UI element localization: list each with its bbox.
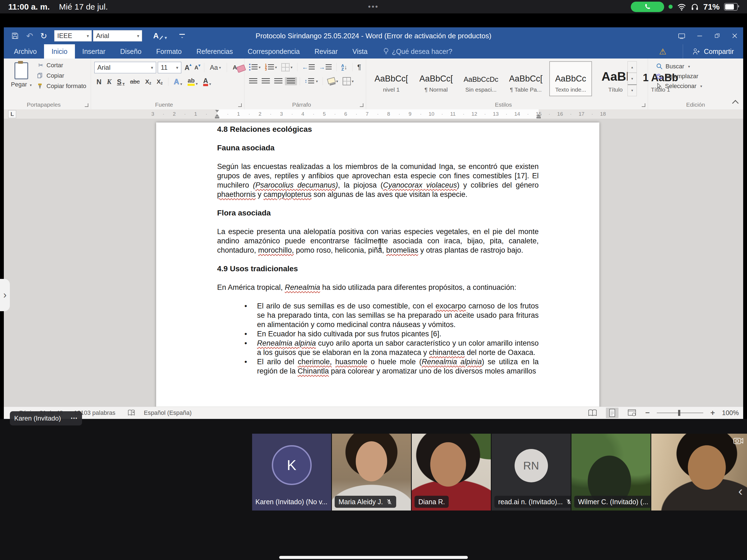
sort-button[interactable]: AZ↓ (339, 62, 350, 72)
side-panel-handle[interactable]: › (0, 279, 10, 311)
styles-scroll-up-button[interactable]: ▴ (627, 61, 637, 73)
zoom-level[interactable]: 100% (722, 409, 739, 417)
font-dialog-launcher[interactable] (238, 103, 242, 107)
tab-correspondencia[interactable]: Correspondencia (240, 44, 307, 58)
style-item--normal[interactable]: AaBbCc[¶ Normal (415, 61, 458, 96)
shading-button[interactable]: ▾ (326, 77, 340, 85)
tab-insertar[interactable]: Insertar (75, 44, 113, 58)
underline-button[interactable]: S▾ (115, 77, 127, 87)
multilevel-list-button[interactable]: ▾ (279, 62, 294, 73)
dock-icon[interactable] (677, 32, 686, 40)
zoom-in-button[interactable]: + (711, 408, 715, 417)
italic-button[interactable]: K (105, 77, 114, 86)
borders-button[interactable]: ▾ (341, 76, 356, 86)
font-size-combo[interactable]: 11▾ (158, 62, 181, 73)
replace-button[interactable]: ab↳ac Reemplazar (656, 73, 743, 80)
style-item-texto-inde-[interactable]: AaBbCcTexto inde... (549, 61, 592, 96)
camera-flip-icon[interactable] (733, 436, 744, 445)
redo-button[interactable]: ↻ (40, 31, 47, 41)
tab-diseño[interactable]: Diseño (113, 44, 149, 58)
select-button[interactable]: Seleccionar▾ (656, 82, 743, 90)
close-icon[interactable] (731, 32, 738, 40)
style-item-nivel-1[interactable]: AaBbCc[nivel 1 (370, 61, 413, 96)
line-spacing-button[interactable]: ↕▾ (303, 77, 320, 85)
clipboard-dialog-launcher[interactable] (85, 103, 88, 107)
presenter-more-icon[interactable]: ••• (71, 416, 78, 422)
multitask-dots-icon[interactable]: ••• (368, 2, 379, 11)
font-formatting-button[interactable]: A ▾ (153, 31, 167, 40)
document-canvas[interactable]: 4.8 Relaciones ecológicasFauna asociadaS… (4, 119, 743, 407)
tell-me-box[interactable]: ¿Qué desea hacer? (383, 44, 452, 58)
shrink-font-button[interactable]: A▼ (193, 64, 200, 71)
bullet-list-button[interactable]: ▾ (247, 62, 262, 72)
styles-more-button[interactable]: ▾ (627, 84, 637, 96)
customize-quick-access-button[interactable]: ⌄ (179, 34, 185, 38)
participant-tile-5[interactable]: Wilmer C. (Invitado) (... (571, 434, 650, 510)
style-item--table-pa-[interactable]: AaBbCc[¶ Table Pa... (505, 61, 547, 96)
tab-vista[interactable]: Vista (345, 44, 375, 58)
print-layout-button[interactable] (606, 408, 618, 418)
web-layout-button[interactable] (626, 408, 638, 418)
indent-marker[interactable] (215, 110, 219, 112)
align-right-button[interactable] (272, 77, 284, 85)
active-call-pill[interactable] (631, 2, 664, 12)
language-indicator[interactable]: Español (España) (144, 409, 192, 416)
font-color-button[interactable]: A▾ (201, 77, 213, 87)
font-name-combo[interactable]: Arial▾ (94, 62, 156, 73)
zoom-out-button[interactable]: − (645, 408, 650, 417)
participant-tile-1[interactable]: KKaren (Invitado) (No v... (252, 434, 331, 510)
align-center-button[interactable] (260, 77, 272, 85)
justify-button[interactable] (285, 77, 297, 85)
change-case-button[interactable]: Aa▾ (208, 62, 223, 73)
numbered-list-button[interactable]: 123▾ (263, 63, 279, 72)
indent-marker[interactable] (215, 114, 219, 117)
superscript-button[interactable]: X2 (154, 77, 165, 86)
font-quick-box[interactable]: Arial▾ (93, 30, 142, 42)
increase-indent-button[interactable]: → (317, 62, 334, 72)
paste-button[interactable]: Pegar ▾ (9, 62, 34, 88)
indent-marker[interactable] (537, 114, 541, 117)
tab-inicio[interactable]: Inicio (44, 44, 75, 58)
grow-font-button[interactable]: A▲ (183, 63, 191, 72)
tab-referencias[interactable]: Referencias (189, 44, 240, 58)
proofing-icon[interactable] (127, 409, 136, 417)
participant-tile-4[interactable]: RNread.ai n. (Invitado)... (492, 434, 571, 510)
paragraph-dialog-launcher[interactable] (360, 103, 363, 107)
share-button[interactable]: Compartir (683, 44, 743, 58)
decrease-indent-button[interactable]: ← (300, 62, 317, 72)
tab-selector[interactable]: L (8, 110, 16, 118)
strikethrough-button[interactable]: abc (128, 77, 141, 86)
indent-marker[interactable] (537, 117, 541, 119)
home-indicator[interactable] (279, 556, 468, 559)
align-left-button[interactable] (247, 77, 259, 85)
participant-tile-3[interactable]: Diana R. (412, 434, 491, 510)
tab-formato[interactable]: Formato (149, 44, 189, 58)
strip-scroll-chevron-icon[interactable]: ‹ (738, 483, 743, 499)
bold-button[interactable]: N (94, 77, 104, 87)
read-mode-button[interactable] (586, 408, 599, 418)
camera-flip-button[interactable] (733, 436, 744, 445)
undo-button[interactable]: ↶ (26, 31, 33, 41)
styles-scroll-down-button[interactable]: ▾ (627, 73, 637, 84)
participant-tile-6[interactable] (651, 434, 747, 510)
text-effects-button[interactable]: A▾ (172, 77, 185, 87)
subscript-button[interactable]: X2 (143, 77, 153, 86)
save-button[interactable] (11, 32, 19, 40)
style-item-sin-espaci-[interactable]: AaBbCcDcSin espaci... (460, 61, 502, 96)
highlight-button[interactable]: ab▾ (185, 77, 200, 87)
format-painter-button[interactable]: Copiar formato (37, 82, 86, 90)
tab-revisar[interactable]: Revisar (307, 44, 345, 58)
indent-marker[interactable] (215, 117, 219, 119)
participant-tile-2[interactable]: Maria Aleidy J. (332, 434, 411, 510)
zoom-slider[interactable] (657, 413, 703, 413)
tab-archivo[interactable]: Archivo (6, 44, 44, 58)
zoom-slider-thumb[interactable] (678, 410, 680, 416)
styles-dialog-launcher[interactable] (642, 103, 645, 107)
show-marks-button[interactable]: ¶ (356, 62, 363, 73)
copy-button[interactable]: Copiar (37, 72, 86, 79)
style-quick-box[interactable]: IEEE▾ (54, 30, 92, 42)
minimize-icon[interactable] (696, 32, 703, 40)
cut-button[interactable]: ✂Cortar (37, 62, 86, 69)
presenter-pill[interactable]: Karen (Invitado) ••• (10, 411, 82, 426)
find-button[interactable]: Buscar▾ (656, 63, 743, 70)
